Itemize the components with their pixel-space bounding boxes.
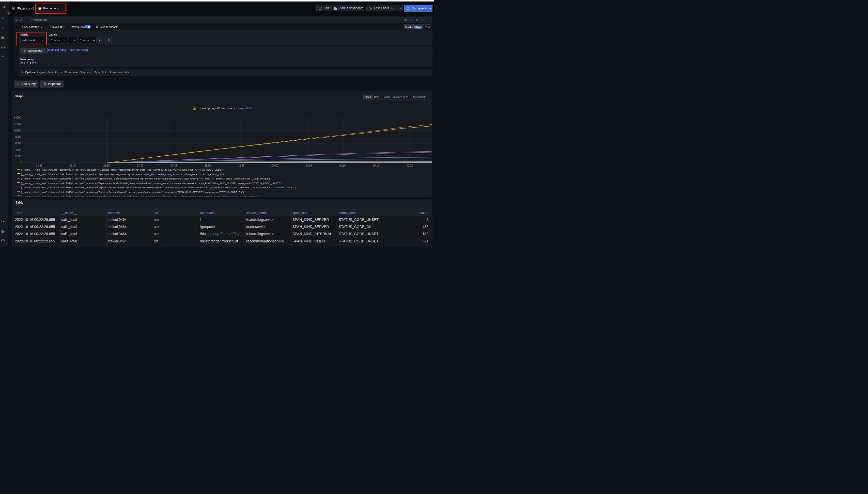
- svg-text:00:00: 00:00: [272, 164, 278, 167]
- svg-text:4000: 4000: [15, 149, 21, 151]
- svg-text:2000: 2000: [15, 155, 21, 158]
- svg-text:0: 0: [19, 161, 21, 164]
- svg-text:12000: 12000: [14, 122, 21, 126]
- svg-text:23:55: 23:55: [238, 164, 244, 167]
- svg-text:23:30: 23:30: [70, 164, 76, 167]
- svg-text:23:40: 23:40: [137, 164, 143, 167]
- svg-text:00:05: 00:05: [305, 164, 312, 167]
- svg-text:00:15: 00:15: [373, 164, 379, 167]
- svg-text:00:20: 00:20: [406, 164, 413, 167]
- svg-text:6000: 6000: [15, 142, 21, 145]
- svg-text:23:35: 23:35: [103, 164, 109, 167]
- svg-text:23:25: 23:25: [36, 164, 42, 167]
- svg-text:10000: 10000: [14, 129, 21, 132]
- svg-text:14000: 14000: [14, 116, 21, 119]
- svg-text:23:50: 23:50: [204, 164, 211, 167]
- svg-text:23:45: 23:45: [171, 164, 177, 167]
- svg-text:00:10: 00:10: [339, 164, 345, 167]
- svg-text:8000: 8000: [15, 136, 21, 138]
